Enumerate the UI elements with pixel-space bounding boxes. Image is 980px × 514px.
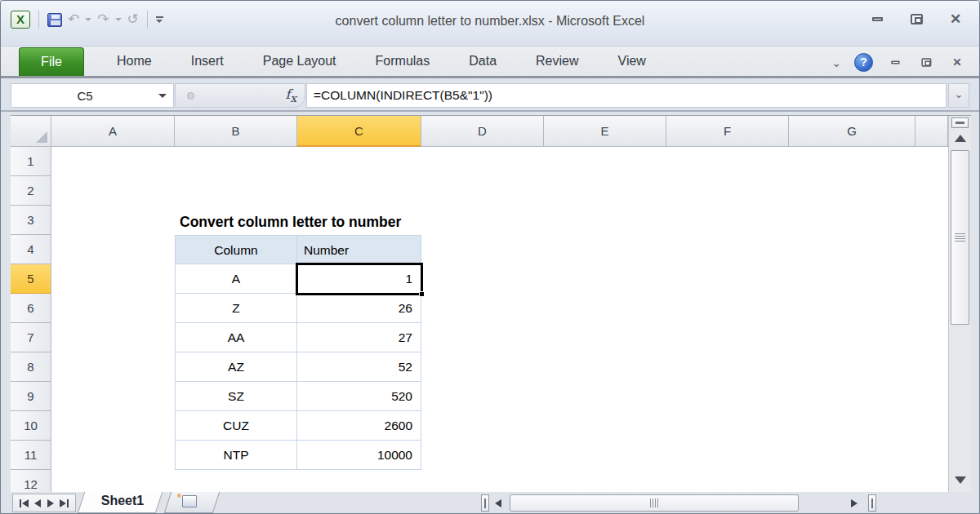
cell-c8[interactable]: 52 bbox=[297, 352, 421, 382]
vertical-scroll-thumb[interactable] bbox=[951, 150, 969, 325]
row-header-4[interactable]: 4 bbox=[11, 235, 51, 264]
ribbon-tabs: Home Insert Page Layout Formulas Data Re… bbox=[97, 47, 666, 76]
cell-b6[interactable]: Z bbox=[175, 294, 297, 323]
select-all-button[interactable] bbox=[11, 116, 51, 147]
sheet-tab-bar: Sheet1 * bbox=[1, 492, 979, 514]
tab-insert[interactable]: Insert bbox=[172, 47, 243, 76]
worksheet-grid: A B C D E F G 1 2 3 4 5 6 7 8 9 10 11 12… bbox=[11, 115, 971, 492]
row-header-5-selected[interactable]: 5 bbox=[11, 264, 51, 294]
vertical-split-box[interactable] bbox=[951, 117, 969, 128]
excel-window: X ↶ ↷ ↺ convert column letter to number.… bbox=[0, 0, 980, 514]
row-header-12[interactable]: 12 bbox=[11, 470, 51, 492]
ribbon-right-controls: ⌄ ? ✕ bbox=[831, 53, 966, 72]
tab-formulas[interactable]: Formulas bbox=[356, 47, 450, 76]
formula-input[interactable]: =COLUMN(INDIRECT(B5&"1")) bbox=[306, 83, 947, 108]
cell-b2-title[interactable]: Convert column letter to number bbox=[180, 207, 588, 237]
column-header-g[interactable]: G bbox=[789, 116, 915, 147]
column-header-f[interactable]: F bbox=[666, 116, 789, 147]
cell-b9[interactable]: SZ bbox=[175, 382, 297, 411]
name-box[interactable]: C5 bbox=[11, 83, 174, 108]
scroll-up-button[interactable] bbox=[951, 130, 969, 146]
cell-b5[interactable]: A bbox=[175, 264, 297, 294]
table-header-number[interactable]: Number bbox=[297, 235, 421, 264]
formula-bar-divider: fx bbox=[175, 83, 305, 108]
minimize-button[interactable] bbox=[868, 12, 886, 26]
title-bar: X ↶ ↷ ↺ convert column letter to number.… bbox=[1, 1, 979, 47]
row-header-7[interactable]: 7 bbox=[11, 323, 51, 352]
scroll-right-button[interactable] bbox=[847, 496, 862, 511]
active-cell-selection-border[interactable] bbox=[296, 263, 423, 295]
divider-grip-icon[interactable] bbox=[187, 92, 194, 100]
cell-b11[interactable]: NTP bbox=[175, 441, 297, 470]
cell-b8[interactable]: AZ bbox=[175, 352, 297, 382]
scroll-down-button[interactable] bbox=[951, 472, 969, 488]
sheet-navigation-buttons bbox=[12, 494, 76, 512]
name-box-value: C5 bbox=[11, 89, 158, 103]
tab-data[interactable]: Data bbox=[449, 47, 516, 76]
row-header-9[interactable]: 9 bbox=[11, 382, 51, 411]
name-box-dropdown-icon[interactable] bbox=[158, 94, 167, 98]
tab-page-layout[interactable]: Page Layout bbox=[243, 47, 356, 76]
tab-home[interactable]: Home bbox=[97, 47, 172, 76]
minimize-ribbon-icon[interactable]: ⌄ bbox=[831, 57, 841, 69]
insert-function-icon[interactable]: fx bbox=[286, 86, 296, 104]
select-all-triangle-icon bbox=[36, 131, 47, 143]
up-arrow-icon bbox=[955, 135, 966, 142]
table-header-column[interactable]: Column bbox=[175, 235, 297, 264]
cell-c11[interactable]: 10000 bbox=[297, 441, 421, 470]
insert-worksheet-star-icon: * bbox=[177, 492, 181, 503]
insert-worksheet-icon[interactable] bbox=[182, 495, 197, 507]
workbook-minimize-button[interactable] bbox=[888, 57, 902, 69]
column-header-d[interactable]: D bbox=[421, 116, 544, 147]
sheet-tab-label[interactable]: Sheet1 bbox=[86, 494, 159, 508]
tab-file[interactable]: File bbox=[19, 47, 84, 76]
maximize-button[interactable] bbox=[907, 12, 925, 26]
tab-review[interactable]: Review bbox=[516, 47, 598, 76]
row-header-6[interactable]: 6 bbox=[11, 294, 51, 323]
close-button[interactable]: ✕ bbox=[947, 12, 964, 26]
fill-handle[interactable] bbox=[419, 291, 425, 297]
row-header-8[interactable]: 8 bbox=[11, 352, 51, 382]
right-arrow-icon bbox=[851, 499, 858, 507]
expand-formula-bar-icon[interactable]: ⌄ bbox=[948, 83, 969, 108]
row-header-11[interactable]: 11 bbox=[11, 441, 51, 470]
cell-c6[interactable]: 26 bbox=[297, 294, 421, 323]
column-header-c-selected[interactable]: C bbox=[297, 116, 421, 147]
row-header-10[interactable]: 10 bbox=[11, 411, 51, 441]
tab-view[interactable]: View bbox=[599, 47, 666, 76]
workbook-restore-button[interactable] bbox=[919, 57, 933, 69]
cell-c9[interactable]: 520 bbox=[297, 382, 421, 411]
vertical-scrollbar[interactable] bbox=[948, 116, 971, 492]
row-header-3[interactable]: 3 bbox=[11, 206, 51, 235]
row-header-1[interactable]: 1 bbox=[11, 147, 51, 176]
scroll-left-button[interactable] bbox=[491, 496, 506, 511]
cell-b7[interactable]: AA bbox=[175, 323, 297, 352]
down-arrow-icon bbox=[955, 476, 966, 484]
previous-sheet-button[interactable] bbox=[34, 499, 41, 507]
column-header-e[interactable]: E bbox=[544, 116, 666, 147]
horizontal-scroll-thumb[interactable] bbox=[510, 494, 799, 512]
cell-b10[interactable]: CUZ bbox=[175, 411, 297, 441]
column-header-a[interactable]: A bbox=[51, 116, 175, 147]
first-sheet-button[interactable] bbox=[20, 499, 29, 507]
help-icon[interactable]: ? bbox=[854, 53, 873, 72]
column-header-partial[interactable] bbox=[915, 116, 948, 147]
cell-c7[interactable]: 27 bbox=[297, 323, 421, 352]
column-header-b[interactable]: B bbox=[175, 116, 297, 147]
last-sheet-button[interactable] bbox=[60, 499, 69, 507]
left-arrow-icon bbox=[495, 499, 501, 507]
tab-scrollbar-splitter[interactable] bbox=[481, 494, 489, 512]
window-controls: ✕ bbox=[868, 12, 964, 26]
cell-c10[interactable]: 2600 bbox=[297, 411, 421, 441]
ribbon-tab-strip: File Home Insert Page Layout Formulas Da… bbox=[1, 47, 979, 78]
horizontal-split-box[interactable] bbox=[868, 494, 876, 512]
workbook-close-button[interactable]: ✕ bbox=[950, 57, 964, 69]
formula-bar-row: C5 fx =COLUMN(INDIRECT(B5&"1")) ⌄ bbox=[1, 81, 979, 112]
row-header-2[interactable]: 2 bbox=[11, 176, 51, 206]
next-sheet-button[interactable] bbox=[47, 499, 54, 507]
window-title: convert column letter to number.xlsx - M… bbox=[1, 14, 979, 29]
